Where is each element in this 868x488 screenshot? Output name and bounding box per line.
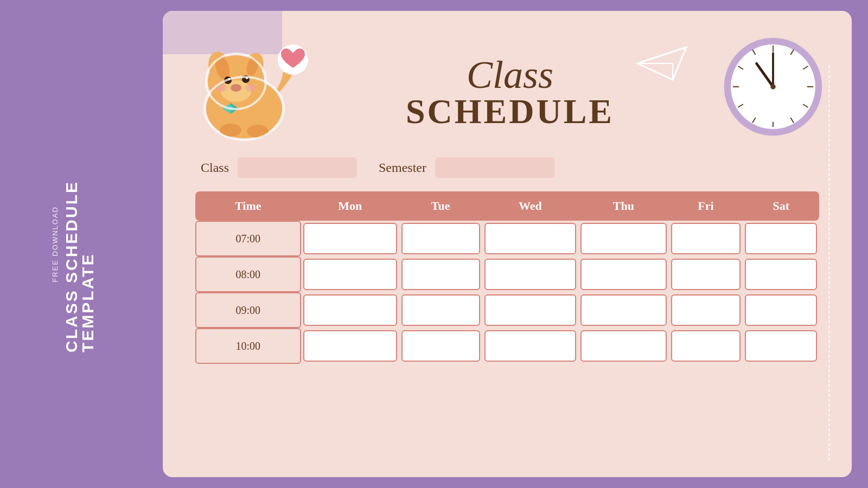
paper-plane-icon xyxy=(635,44,678,77)
cell-thu-0700[interactable] xyxy=(578,221,668,256)
cell-fri-0700[interactable] xyxy=(669,221,743,256)
col-header-fri: Fri xyxy=(669,191,743,221)
time-cell: 07:00 xyxy=(195,221,301,256)
cell-wed-1000[interactable] xyxy=(482,328,578,364)
form-row: Class Semester xyxy=(190,157,825,178)
time-cell: 10:00 xyxy=(195,328,301,364)
class-label: Class xyxy=(201,160,229,175)
clock-illustration xyxy=(722,35,825,138)
header-left xyxy=(190,27,298,146)
svg-point-41 xyxy=(770,84,776,89)
sidebar-free-download-label: FREE DOWNLOAD xyxy=(51,206,59,282)
cell-wed-0700[interactable] xyxy=(482,221,578,256)
cell-mon-0900[interactable] xyxy=(301,292,399,328)
semester-input[interactable] xyxy=(435,157,554,178)
time-cell: 08:00 xyxy=(195,256,301,292)
semester-form-group: Semester xyxy=(379,157,554,178)
sidebar: FREE DOWNLOAD CLASS SCHEDULE TEMPLATE xyxy=(0,0,146,488)
cell-sat-1000[interactable] xyxy=(743,328,819,364)
col-header-wed: Wed xyxy=(482,191,578,221)
title-section: Class SCHEDULE xyxy=(298,44,722,129)
table-row: 09:00 xyxy=(195,292,819,328)
table-row: 08:00 xyxy=(195,256,819,292)
schedule-table-wrapper: Time Mon Tue Wed Thu Fri Sat 07:00 xyxy=(190,191,825,364)
cell-tue-0800[interactable] xyxy=(399,256,482,292)
cell-thu-0900[interactable] xyxy=(578,292,668,328)
cell-wed-0900[interactable] xyxy=(482,292,578,328)
cell-sat-0800[interactable] xyxy=(743,256,819,292)
header-section: Class SCHEDULE xyxy=(190,27,825,146)
col-header-mon: Mon xyxy=(301,191,399,221)
cell-tue-1000[interactable] xyxy=(399,328,482,364)
class-input[interactable] xyxy=(238,157,357,178)
cell-mon-0700[interactable] xyxy=(301,221,399,256)
table-row: 10:00 xyxy=(195,328,819,364)
col-header-thu: Thu xyxy=(578,191,668,221)
col-header-time: Time xyxy=(195,191,301,221)
table-row: 07:00 xyxy=(195,221,819,256)
title-class: Class xyxy=(467,55,553,94)
sidebar-title-label: CLASS SCHEDULE TEMPLATE xyxy=(63,136,96,352)
cell-mon-0800[interactable] xyxy=(301,256,399,292)
cell-sat-0900[interactable] xyxy=(743,292,819,328)
table-header-row: Time Mon Tue Wed Thu Fri Sat xyxy=(195,191,819,221)
dog-illustration xyxy=(190,27,298,146)
class-form-group: Class xyxy=(201,157,357,178)
dashed-decoration xyxy=(828,65,830,461)
col-header-tue: Tue xyxy=(399,191,482,221)
cell-tue-0900[interactable] xyxy=(399,292,482,328)
title-schedule: SCHEDULE xyxy=(406,94,614,129)
sidebar-text-block: FREE DOWNLOAD CLASS SCHEDULE TEMPLATE xyxy=(51,136,96,352)
cell-fri-0900[interactable] xyxy=(669,292,743,328)
cell-mon-1000[interactable] xyxy=(301,328,399,364)
cell-thu-1000[interactable] xyxy=(578,328,668,364)
schedule-table: Time Mon Tue Wed Thu Fri Sat 07:00 xyxy=(195,191,819,364)
time-cell: 09:00 xyxy=(195,292,301,328)
cell-fri-1000[interactable] xyxy=(669,328,743,364)
col-header-sat: Sat xyxy=(743,191,819,221)
cell-fri-0800[interactable] xyxy=(669,256,743,292)
svg-point-7 xyxy=(231,84,241,92)
svg-point-13 xyxy=(245,84,256,92)
main-card: Class SCHEDULE xyxy=(163,11,852,477)
cell-tue-0700[interactable] xyxy=(399,221,482,256)
semester-label: Semester xyxy=(379,160,426,175)
cell-wed-0800[interactable] xyxy=(482,256,578,292)
cell-sat-0700[interactable] xyxy=(743,221,819,256)
cell-thu-0800[interactable] xyxy=(578,256,668,292)
